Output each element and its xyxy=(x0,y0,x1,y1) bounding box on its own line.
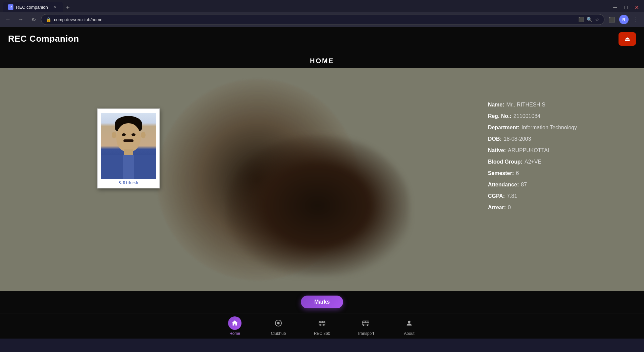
attendance-value: 87 xyxy=(521,182,527,188)
maximize-button[interactable]: □ xyxy=(621,3,631,12)
bookmark-icon[interactable]: ☆ xyxy=(595,17,599,22)
dob-row: DOB: 18-08-2003 xyxy=(488,136,577,142)
signature: S.Rithesh xyxy=(118,179,138,185)
arrear-label: Arrear: xyxy=(488,205,506,211)
nav-label-clubhub: Clubhub xyxy=(271,331,286,336)
attendance-label: Attendance: xyxy=(488,182,519,188)
nav-label-transport: Transport xyxy=(357,331,374,336)
close-window-button[interactable]: ✕ xyxy=(632,3,641,12)
page-title: HOME xyxy=(0,51,644,68)
face-blur-dark xyxy=(225,135,410,276)
tab-favicon: R xyxy=(8,4,13,10)
native-row: Native: ARUPPUKOTTAI xyxy=(488,147,577,153)
nav-item-about[interactable]: About xyxy=(387,313,431,339)
svg-point-4 xyxy=(323,324,325,326)
svg-point-6 xyxy=(363,324,365,326)
reg-row: Reg. No.: 211001084 xyxy=(488,113,577,119)
address-bar-actions: ⬛ 🔍 ☆ xyxy=(578,17,599,22)
name-row: Name: Mr.. RITHESH S xyxy=(488,102,577,108)
passport-photo: S.Rithesh xyxy=(97,108,160,188)
transport-icon xyxy=(359,316,372,330)
back-button[interactable]: ← xyxy=(3,14,13,25)
page-content: HOME xyxy=(0,51,644,339)
active-tab[interactable]: R REC companion ✕ xyxy=(3,2,63,12)
address-bar[interactable]: 🔒 comp.devsrec.club/home ⬛ 🔍 ☆ xyxy=(41,14,604,25)
url-display: comp.devsrec.club/home xyxy=(54,17,103,22)
cgpa-label: CGPA: xyxy=(488,193,505,199)
dept-row: Department: Information Technology xyxy=(488,125,577,131)
svg-point-1 xyxy=(277,322,279,324)
reload-button[interactable]: ↻ xyxy=(28,14,39,25)
nav-item-rec360[interactable]: REC 360 xyxy=(300,313,344,339)
cgpa-row: CGPA: 7.81 xyxy=(488,193,577,199)
blood-label: Blood Group: xyxy=(488,159,523,165)
native-value: ARUPPUKOTTAI xyxy=(508,147,549,153)
reg-value: 211001084 xyxy=(514,113,540,119)
photo-image xyxy=(101,113,156,179)
nav-label-about: About xyxy=(404,331,414,336)
app-header: REC Companion ⏏ xyxy=(0,27,644,51)
nav-item-transport[interactable]: Transport xyxy=(344,313,387,339)
home-icon xyxy=(228,316,241,330)
nav-item-home[interactable]: Home xyxy=(213,313,257,339)
student-info-panel: Name: Mr.. RITHESH S Reg. No.: 211001084… xyxy=(488,102,577,211)
forward-button[interactable]: → xyxy=(15,14,26,25)
logout-button[interactable]: ⏏ xyxy=(619,32,636,46)
bottom-nav: Home Clubhub xyxy=(0,313,644,339)
arrear-value: 0 xyxy=(508,205,511,211)
profile-avatar: R xyxy=(619,15,629,24)
name-value: Mr.. RITHESH S xyxy=(506,102,545,108)
nav-item-clubhub[interactable]: Clubhub xyxy=(257,313,300,339)
blood-row: Blood Group: A2+VE xyxy=(488,159,577,165)
tab-bar: R REC companion ✕ + ─ □ ✕ xyxy=(0,0,644,12)
nav-label-home: Home xyxy=(229,331,240,336)
rec360-icon xyxy=(315,316,329,330)
dob-value: 18-08-2003 xyxy=(504,136,531,142)
browser-toolbar: ← → ↻ 🔒 comp.devsrec.club/home ⬛ 🔍 ☆ ⬛ R… xyxy=(0,12,644,27)
cgpa-value: 7.81 xyxy=(507,193,517,199)
cast-icon[interactable]: ⬛ xyxy=(578,17,584,22)
app-container: REC Companion ⏏ HOME xyxy=(0,27,644,339)
clubhub-icon xyxy=(272,316,285,330)
dob-label: DOB: xyxy=(488,136,502,142)
semester-row: Semester: 6 xyxy=(488,170,577,176)
profile-button[interactable]: R xyxy=(619,14,629,25)
lock-icon: 🔒 xyxy=(46,17,51,22)
profile-area: S.Rithesh Name: Mr.. RITHESH S Reg. No.:… xyxy=(0,68,644,291)
marks-button[interactable]: Marks xyxy=(301,296,343,308)
native-label: Native: xyxy=(488,147,506,153)
menu-button[interactable]: ⋮ xyxy=(631,14,641,25)
logout-icon: ⏏ xyxy=(625,35,630,43)
tab-title: REC companion xyxy=(16,5,48,10)
semester-label: Semester: xyxy=(488,170,514,176)
svg-point-3 xyxy=(319,324,321,326)
svg-point-7 xyxy=(367,324,369,326)
toolbar-right: ⬛ R ⋮ xyxy=(606,14,641,25)
reg-label: Reg. No.: xyxy=(488,113,512,119)
extensions-button[interactable]: ⬛ xyxy=(606,14,617,25)
nav-label-rec360: REC 360 xyxy=(314,331,330,336)
name-label: Name: xyxy=(488,102,504,108)
svg-point-8 xyxy=(408,320,410,323)
new-tab-button[interactable]: + xyxy=(63,3,72,12)
zoom-icon[interactable]: 🔍 xyxy=(587,17,592,22)
app-title: REC Companion xyxy=(8,34,79,44)
dept-label: Department: xyxy=(488,125,520,131)
tab-close-button[interactable]: ✕ xyxy=(52,4,58,10)
blood-value: A2+VE xyxy=(525,159,541,165)
dept-value: Information Technology xyxy=(522,125,577,131)
marks-button-container: Marks xyxy=(0,291,644,313)
semester-value: 6 xyxy=(516,170,519,176)
browser-chrome: R REC companion ✕ + ─ □ ✕ ← → ↻ 🔒 comp.d… xyxy=(0,0,644,27)
attendance-row: Attendance: 87 xyxy=(488,182,577,188)
arrear-row: Arrear: 0 xyxy=(488,205,577,211)
about-icon xyxy=(402,316,416,330)
minimize-button[interactable]: ─ xyxy=(610,3,620,12)
